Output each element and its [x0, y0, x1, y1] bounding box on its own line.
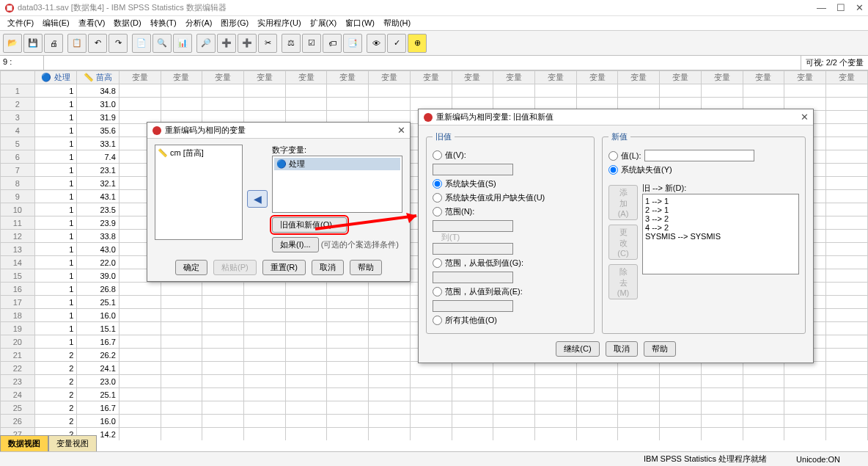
- empty-column-header[interactable]: 变量: [826, 71, 868, 84]
- mapping-item[interactable]: 1 --> 1: [645, 197, 796, 205]
- row-number[interactable]: 4: [1, 124, 35, 137]
- empty-column-header[interactable]: 变量: [410, 71, 452, 84]
- row-number[interactable]: 21: [1, 349, 35, 362]
- old-sysmis-radio[interactable]: [433, 179, 442, 189]
- mapping-item[interactable]: 4 --> 2: [645, 223, 796, 232]
- row-number[interactable]: 1: [1, 84, 35, 98]
- move-right-button[interactable]: ◀: [247, 190, 268, 208]
- data-view-tab[interactable]: 数据视图: [0, 435, 48, 451]
- table-row[interactable]: 1134.8: [1, 84, 868, 98]
- show-all-vars-icon[interactable]: 👁: [367, 34, 386, 53]
- run-icon[interactable]: ⊕: [408, 34, 427, 53]
- old-value-radio[interactable]: [433, 150, 442, 160]
- old-sysusermis-radio[interactable]: [433, 193, 442, 203]
- print-icon[interactable]: 🖨: [44, 34, 63, 53]
- empty-column-header[interactable]: 变量: [452, 71, 493, 84]
- empty-column-header[interactable]: 变量: [202, 71, 244, 84]
- target-var-list[interactable]: 🔵 处理: [272, 156, 402, 213]
- table-row[interactable]: 25216.7: [1, 401, 868, 415]
- variable-view-tab[interactable]: 变量视图: [48, 435, 97, 451]
- menu-item[interactable]: 转换(T): [146, 16, 181, 30]
- empty-column-header[interactable]: 变量: [534, 71, 576, 84]
- old-range-highest-radio[interactable]: [433, 287, 442, 296]
- use-sets-icon[interactable]: 📑: [343, 34, 362, 53]
- row-number[interactable]: 24: [1, 388, 35, 401]
- redo-icon[interactable]: ↷: [108, 34, 128, 53]
- minimize-button[interactable]: —: [817, 2, 826, 13]
- row-number[interactable]: 14: [1, 256, 35, 269]
- goto-variable-icon[interactable]: 🔍: [152, 34, 172, 53]
- recall-dialog-icon[interactable]: 📋: [67, 34, 87, 53]
- cell-value[interactable]: [44, 56, 801, 70]
- row-number[interactable]: 9: [1, 190, 35, 203]
- row-number[interactable]: 18: [1, 309, 35, 322]
- insert-case-icon[interactable]: ➕: [217, 34, 236, 53]
- table-row[interactable]: 27214.2: [1, 428, 868, 441]
- mapping-item[interactable]: 2 --> 1: [645, 205, 796, 214]
- split-file-icon[interactable]: ✂: [258, 34, 277, 53]
- dialog1-paste-button[interactable]: 粘贴(P): [213, 260, 257, 275]
- old-new-values-button[interactable]: 旧值和新值(O)...: [272, 217, 347, 233]
- row-number[interactable]: 2: [1, 98, 35, 111]
- table-row[interactable]: 24225.1: [1, 388, 868, 401]
- row-number[interactable]: 10: [1, 203, 35, 216]
- maximize-button[interactable]: ☐: [836, 2, 845, 13]
- row-number[interactable]: 23: [1, 375, 35, 388]
- weight-cases-icon[interactable]: ⚖: [282, 34, 301, 53]
- menu-item[interactable]: 帮助(H): [379, 16, 415, 30]
- empty-column-header[interactable]: 变量: [660, 71, 702, 84]
- spell-check-icon[interactable]: ✓: [387, 34, 406, 53]
- row-number[interactable]: 15: [1, 269, 35, 283]
- select-cases-icon[interactable]: ☑: [302, 34, 321, 53]
- save-icon[interactable]: 💾: [23, 34, 43, 53]
- dialog1-close-icon[interactable]: ✕: [397, 125, 405, 136]
- source-var-list[interactable]: 📏 cm [苗高]: [155, 145, 243, 240]
- if-button[interactable]: 如果(I)...: [272, 237, 319, 252]
- empty-column-header[interactable]: 变量: [327, 71, 369, 84]
- old-new-values-dialog[interactable]: 重新编码为相同变量: 旧值和新值 ✕ 旧值 值(V): 系统缺失值(S) 系统缺…: [418, 109, 814, 363]
- empty-column-header[interactable]: 变量: [369, 71, 411, 84]
- dialog1-reset-button[interactable]: 重置(R): [262, 260, 306, 275]
- row-number[interactable]: 22: [1, 362, 35, 375]
- empty-column-header[interactable]: 变量: [285, 71, 327, 84]
- find-icon[interactable]: 🔎: [196, 34, 216, 53]
- insert-variable-icon[interactable]: ➕: [238, 34, 257, 53]
- row-number[interactable]: 16: [1, 283, 35, 296]
- row-number[interactable]: 19: [1, 322, 35, 335]
- menu-item[interactable]: 扩展(X): [306, 16, 342, 30]
- row-number[interactable]: 7: [1, 164, 35, 177]
- menu-item[interactable]: 实用程序(U): [253, 16, 305, 30]
- column-header[interactable]: 📏 苗高: [77, 71, 119, 84]
- empty-column-header[interactable]: 变量: [119, 71, 161, 84]
- cell-reference[interactable]: 9 :: [0, 56, 44, 70]
- menu-item[interactable]: 文件(F): [3, 16, 38, 30]
- old-all-other-radio[interactable]: [433, 316, 442, 325]
- row-number[interactable]: 13: [1, 243, 35, 256]
- row-number[interactable]: 5: [1, 137, 35, 150]
- empty-column-header[interactable]: 变量: [161, 71, 202, 84]
- value-labels-icon[interactable]: 🏷: [323, 34, 342, 53]
- row-number[interactable]: 11: [1, 216, 35, 230]
- empty-column-header[interactable]: 变量: [576, 71, 618, 84]
- mapping-item[interactable]: 3 --> 2: [645, 214, 796, 223]
- table-row[interactable]: 23223.0: [1, 375, 868, 388]
- menu-item[interactable]: 分析(A): [181, 16, 217, 30]
- dialog2-continue-button[interactable]: 继续(C): [556, 341, 599, 357]
- row-number[interactable]: 17: [1, 296, 35, 309]
- menu-item[interactable]: 查看(V): [74, 16, 110, 30]
- remove-mapping-button[interactable]: 除去(M): [608, 264, 638, 299]
- undo-icon[interactable]: ↶: [88, 34, 107, 53]
- goto-case-icon[interactable]: 📄: [132, 34, 151, 53]
- column-header[interactable]: 🔵 处理: [34, 71, 77, 84]
- new-value-radio[interactable]: [608, 151, 618, 161]
- variables-icon[interactable]: 📊: [173, 34, 192, 53]
- row-number[interactable]: 8: [1, 177, 35, 190]
- table-row[interactable]: 22224.1: [1, 362, 868, 375]
- empty-column-header[interactable]: 变量: [743, 71, 784, 84]
- new-value-input[interactable]: [644, 150, 754, 161]
- menu-item[interactable]: 窗口(W): [341, 16, 379, 30]
- new-sysmis-radio[interactable]: [608, 165, 618, 175]
- old-range-lowest-radio[interactable]: [433, 258, 442, 268]
- menu-item[interactable]: 数据(D): [109, 16, 145, 30]
- dialog2-close-icon[interactable]: ✕: [801, 112, 809, 123]
